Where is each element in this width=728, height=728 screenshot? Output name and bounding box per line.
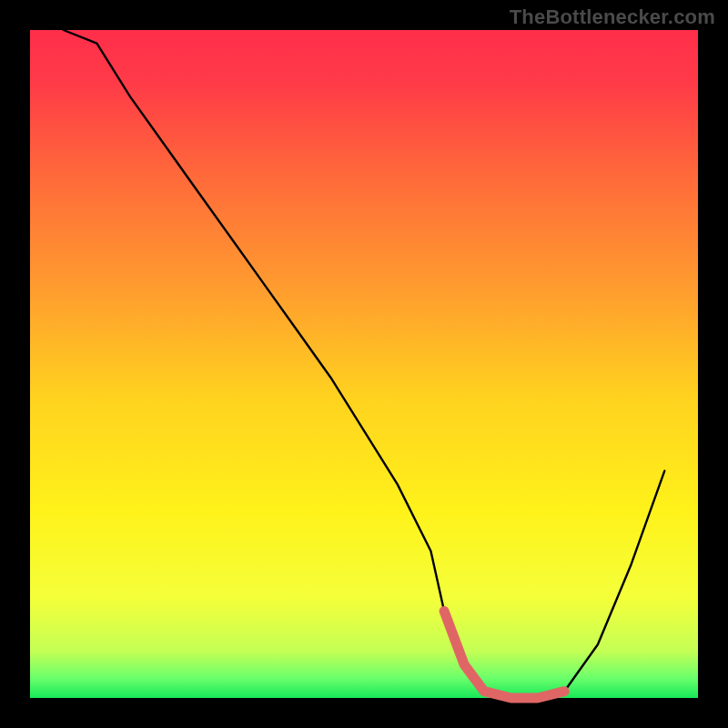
bottleneck-chart [0, 0, 728, 728]
chart-frame: TheBottlenecker.com [0, 0, 728, 728]
plot-background [30, 30, 698, 698]
watermark-text: TheBottlenecker.com [510, 5, 715, 29]
